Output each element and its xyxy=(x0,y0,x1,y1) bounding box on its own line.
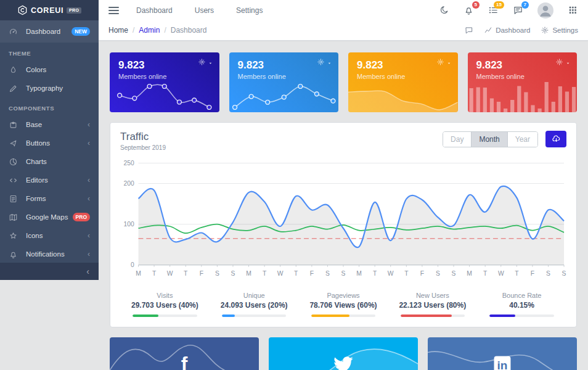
svg-text:T: T xyxy=(152,270,157,277)
download-button[interactable] xyxy=(545,131,566,147)
sidebar-item-label: Forms xyxy=(26,195,46,202)
avatar[interactable] xyxy=(537,2,553,18)
breadcrumb-row: Home/Admin/Dashboard DashboardSettings xyxy=(99,20,588,40)
chevron-left-icon: ‹ xyxy=(88,232,90,239)
sidebar-item-label: Notifications xyxy=(26,250,65,258)
progress-bar xyxy=(222,314,235,317)
map-icon xyxy=(9,213,18,222)
svg-text:M: M xyxy=(136,270,141,277)
traffic-stat-value: 29.703 Users (40%) xyxy=(120,301,210,310)
comment-icon xyxy=(465,26,473,35)
traffic-stat-pageviews: Pageviews78.706 Views (60%) xyxy=(299,292,388,317)
sidebar-item-label: Charts xyxy=(26,158,47,165)
traffic-chart: MTWTFSSMTWTFSSMTWTFSSMTWTFSS0100200250 xyxy=(120,157,566,282)
social-card-linkedin[interactable]: in xyxy=(428,337,577,370)
breadcrumb-separator: / xyxy=(133,26,134,35)
speedometer-icon xyxy=(9,27,18,36)
traffic-stat-bounce-rate: Bounce Rate40.15% xyxy=(477,292,566,317)
gear-icon xyxy=(317,58,325,66)
sidebar-section-title: THEME xyxy=(0,43,99,60)
traffic-title: Traffic xyxy=(120,131,166,143)
apps-icon[interactable] xyxy=(568,5,578,15)
svg-text:F: F xyxy=(200,270,203,277)
range-button-day[interactable]: Day xyxy=(443,132,472,147)
social-card-facebook[interactable]: f xyxy=(110,337,259,370)
svg-text:S: S xyxy=(546,270,550,277)
top-nav-settings[interactable]: Settings xyxy=(236,6,263,15)
notes-icon xyxy=(9,194,18,204)
stat-card-2: 9.823Members online xyxy=(348,52,458,112)
sidebar-minimizer[interactable]: ‹ xyxy=(0,263,99,280)
progress-bar xyxy=(401,314,452,317)
progress-track xyxy=(133,314,197,317)
stat-card-label: Members online xyxy=(357,73,458,80)
progress-track xyxy=(222,314,286,317)
sidebar-item-icons[interactable]: Icons‹ xyxy=(0,226,99,245)
brand-logo[interactable]: COREUI PRO xyxy=(0,0,99,20)
stat-card-settings-button[interactable] xyxy=(555,58,571,66)
sidebar-item-buttons[interactable]: Buttons‹ xyxy=(0,134,99,152)
svg-text:T: T xyxy=(373,270,377,277)
svg-text:100: 100 xyxy=(123,221,134,228)
stat-card-1: 9.823Members online xyxy=(229,52,339,112)
range-button-month[interactable]: Month xyxy=(472,132,507,147)
sidebar-item-typography[interactable]: Typography xyxy=(0,79,99,97)
svg-text:S: S xyxy=(325,270,330,277)
range-button-year[interactable]: Year xyxy=(508,132,537,147)
code-icon xyxy=(9,176,18,185)
sidebar-badge: PRO xyxy=(73,213,90,221)
sidebar-item-colors[interactable]: Colors xyxy=(0,60,99,79)
svg-text:250: 250 xyxy=(123,160,134,166)
sidebar-item-dashboard[interactable]: DashboardNEW xyxy=(0,20,99,43)
stat-card-settings-button[interactable] xyxy=(436,58,452,66)
breadcrumb-action-label: Settings xyxy=(552,27,578,34)
breadcrumb-action-dashboard[interactable]: Dashboard xyxy=(484,26,530,35)
breadcrumb-item-home[interactable]: Home xyxy=(108,26,128,35)
progress-bar xyxy=(133,314,158,317)
svg-text:0: 0 xyxy=(131,261,134,268)
bell-icon[interactable]: 5 xyxy=(463,5,474,15)
puzzle-icon xyxy=(9,120,18,130)
tasks-icon[interactable]: 15 xyxy=(488,5,499,15)
messages-icon[interactable]: 7 xyxy=(513,5,523,15)
stat-card-0: 9.823Members online xyxy=(110,52,219,112)
sidebar-item-base[interactable]: Base‹ xyxy=(0,115,99,134)
breadcrumb-action-settings[interactable]: Settings xyxy=(541,26,578,35)
stat-card-settings-button[interactable] xyxy=(198,58,213,66)
breadcrumb-action-comment[interactable] xyxy=(465,26,473,35)
chart-pie-icon xyxy=(9,157,18,166)
range-button-group: DayMonthYear xyxy=(443,131,538,147)
brand-name: COREUI xyxy=(31,6,63,15)
gear-icon xyxy=(198,58,206,66)
sidebar-item-notifications[interactable]: Notifications‹ xyxy=(0,245,99,263)
traffic-subtitle: September 2019 xyxy=(120,144,166,151)
top-nav: DashboardUsersSettings xyxy=(136,6,263,15)
hamburger-menu-icon[interactable] xyxy=(108,5,119,16)
sidebar-item-charts[interactable]: Charts xyxy=(0,152,99,171)
social-card-twitter[interactable] xyxy=(269,337,418,370)
sidebar-item-label: Dashboard xyxy=(26,28,60,35)
top-nav-dashboard[interactable]: Dashboard xyxy=(136,6,173,15)
svg-text:in: in xyxy=(497,359,508,370)
header: DashboardUsersSettings 5157 Home/Admin/D… xyxy=(99,0,588,41)
sidebar-item-editors[interactable]: Editors‹ xyxy=(0,171,99,189)
breadcrumb-item-admin[interactable]: Admin xyxy=(139,26,160,35)
gear-icon xyxy=(555,58,563,66)
pencil-icon xyxy=(9,84,18,93)
bell-icon xyxy=(9,250,18,259)
moon-icon[interactable] xyxy=(439,5,449,15)
svg-text:W: W xyxy=(388,270,394,277)
top-nav-users[interactable]: Users xyxy=(195,6,214,15)
traffic-stat-label: Pageviews xyxy=(299,292,388,299)
sidebar-item-label: Buttons xyxy=(26,139,50,147)
svg-text:T: T xyxy=(263,270,267,277)
sidebar-item-forms[interactable]: Forms‹ xyxy=(0,189,99,208)
sidebar-item-label: Google Maps xyxy=(26,213,68,221)
chevron-left-icon: ‹ xyxy=(86,266,89,276)
cloud-download-icon xyxy=(552,134,561,144)
sidebar-item-google-maps[interactable]: Google MapsPRO xyxy=(0,208,99,226)
facebook-icon: f xyxy=(173,353,196,370)
chevron-left-icon: ‹ xyxy=(88,195,90,202)
svg-text:f: f xyxy=(181,353,188,370)
stat-card-settings-button[interactable] xyxy=(317,58,332,66)
